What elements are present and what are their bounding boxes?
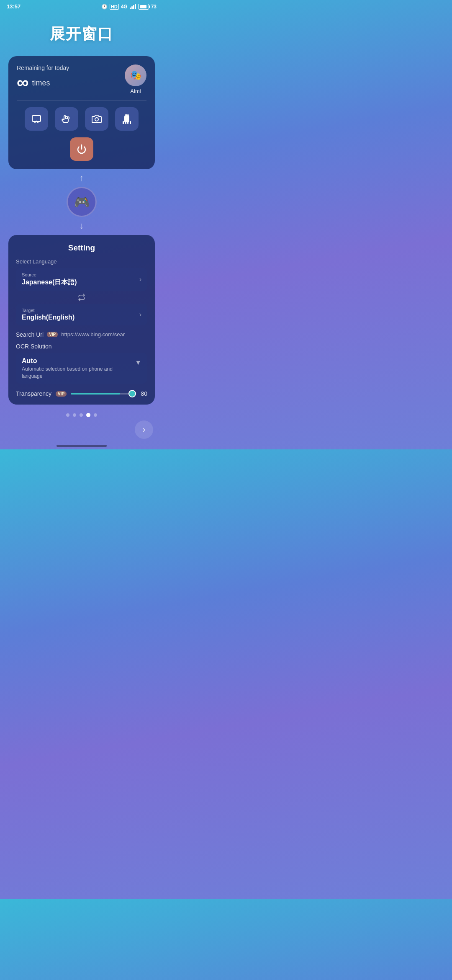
network-type: 4G [121,4,128,10]
ocr-chevron-down-icon: ▼ [135,359,141,366]
avatar-section[interactable]: 🎭 Aimi [125,64,146,94]
status-time: 13:57 [7,3,21,10]
touch-icon [62,114,72,124]
ocr-solution-dropdown[interactable]: Auto Automatic selection based on phone … [16,353,147,384]
ocr-main-value: Auto [22,357,118,365]
dot-4-active[interactable] [86,413,90,417]
next-button[interactable]: › [135,420,153,439]
dot-2[interactable] [73,413,76,417]
ocr-sub-value: Automatic selection based on phone and l… [22,366,118,380]
transparency-label: Transparency [16,390,51,397]
page-dots [0,413,163,417]
transparency-row: Transparency VIP 80 [16,390,147,397]
slider-thumb[interactable] [128,390,136,397]
next-icon: › [142,424,145,435]
times-label: times [32,79,50,88]
screen-icon [31,114,41,124]
android-icon [122,114,132,124]
swap-icon [78,294,85,301]
target-language-selector[interactable]: Target English(English) › [16,304,147,325]
icon-buttons-row [17,107,146,131]
home-indicator [56,445,107,447]
power-button[interactable] [70,137,93,161]
ocr-solution-content: Auto Automatic selection based on phone … [22,357,118,380]
target-value: English(English) [22,314,74,321]
arrow-down-connector: ↓ [0,220,163,231]
app-icon[interactable]: 🎮 [67,187,97,217]
dot-3[interactable] [80,413,83,417]
source-chevron-icon: › [139,276,141,283]
battery-level: 73 [151,4,157,10]
power-icon [77,144,87,154]
swap-languages-button[interactable] [16,294,147,301]
top-card: Remaining for today ∞ times 🎭 Aimi [8,56,155,169]
bottom-row: › [0,420,163,443]
select-language-label: Select Language [16,258,147,265]
transparency-vip-badge: VIP [56,391,67,397]
power-button-wrap [17,137,146,161]
status-bar: 13:57 🕐 HD 4G 73 [0,0,163,11]
card-header: Remaining for today ∞ times 🎭 Aimi [17,64,146,94]
search-url-value[interactable]: https://www.bing.com/sear [61,331,147,338]
arrow-down-icon: ↓ [80,220,84,231]
ocr-solution-label: OCR Solution [16,343,147,350]
avatar-name: Aimi [130,88,141,94]
camera-button[interactable] [85,107,108,131]
screen-capture-button[interactable] [25,107,48,131]
page-title: 展开窗口 [0,24,163,44]
source-language-content: Source Japanese(日本語) [22,272,77,287]
signal-icon [130,4,136,9]
touch-button[interactable] [55,107,78,131]
android-button[interactable] [115,107,139,131]
dot-1[interactable] [66,413,69,417]
arrow-up-connector: ↑ [0,173,163,183]
svg-rect-0 [32,116,41,121]
target-label: Target [22,308,74,313]
camera-icon [92,114,102,124]
target-language-content: Target English(English) [22,308,74,321]
source-language-selector[interactable]: Source Japanese(日本語) › [16,268,147,291]
status-icons: 🕐 HD 4G 73 [101,4,157,10]
card-divider [17,100,146,101]
arrow-up-icon: ↑ [80,173,84,183]
avatar[interactable]: 🎭 [125,64,146,86]
transparency-slider[interactable] [71,393,132,395]
remaining-label: Remaining for today [17,64,69,71]
setting-title: Setting [16,243,147,253]
target-chevron-icon: › [139,311,141,318]
avatar-emoji: 🎭 [130,70,141,81]
setting-card: Setting Select Language Source Japanese(… [8,235,155,405]
battery-icon [138,4,149,10]
dot-5[interactable] [94,413,97,417]
svg-point-1 [95,118,98,121]
source-label: Source [22,272,77,277]
clock-icon: 🕐 [101,4,108,10]
search-url-vip-badge: VIP [47,332,58,337]
search-url-label: Search Url [16,331,44,338]
hd-label: HD [110,4,119,10]
infinity-symbol: ∞ [17,74,29,90]
gamepad-icon: 🎮 [74,195,90,209]
infinity-row: ∞ times [17,74,69,90]
remaining-section: Remaining for today ∞ times [17,64,69,90]
slider-fill [71,393,120,395]
search-url-row: Search Url VIP https://www.bing.com/sear [16,331,147,338]
transparency-value: 80 [136,390,147,397]
source-value: Japanese(日本語) [22,278,77,287]
